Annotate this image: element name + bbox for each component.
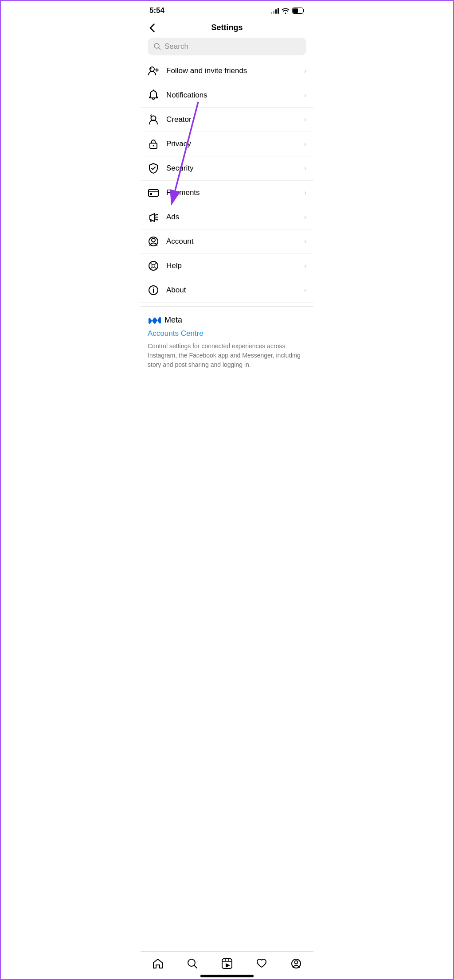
page-title: Settings [211,23,243,32]
svg-rect-14 [150,193,152,195]
back-button[interactable] [148,22,157,34]
accounts-centre-link[interactable]: Accounts Centre [148,329,306,338]
chevron-icon: › [304,189,306,197]
meta-logo-icon [148,316,162,324]
chevron-icon: › [304,237,306,245]
svg-text:+: + [149,66,152,71]
status-icons [271,8,305,14]
svg-point-18 [157,214,158,215]
privacy-label: Privacy [166,140,301,148]
follow-icon: + [148,65,166,77]
meta-logo-row: Meta [148,315,306,325]
creator-label: Creator [166,115,301,124]
menu-item-help[interactable]: Help › [141,254,313,278]
menu-item-about[interactable]: About › [141,278,313,303]
chevron-icon: › [304,213,306,221]
menu-item-creator[interactable]: Creator › [141,108,313,132]
help-label: Help [166,261,301,270]
signal-icon [271,8,279,14]
payments-label: Payments [166,188,301,197]
ads-label: Ads [166,213,301,222]
notifications-label: Notifications [166,91,301,100]
accounts-centre-description: Control settings for connected experienc… [148,342,306,369]
search-icon [154,43,161,50]
svg-point-23 [152,264,155,268]
svg-point-30 [153,288,154,288]
privacy-icon [148,138,166,150]
menu-item-account[interactable]: Account › [141,229,313,254]
chevron-icon: › [304,91,306,99]
search-placeholder: Search [164,42,188,51]
chevron-icon: › [304,262,306,270]
svg-line-25 [155,263,157,265]
settings-menu: + Follow and invite friends › Notificati… [141,59,313,303]
svg-line-3 [159,48,160,50]
menu-item-ads[interactable]: Ads › [141,205,313,229]
meta-label: Meta [164,315,182,325]
search-bar[interactable]: Search [148,38,306,55]
about-icon [148,284,166,296]
svg-point-21 [152,238,155,242]
ads-icon [148,211,166,223]
status-bar: 5:54 [141,0,313,19]
settings-header: Settings [141,19,313,38]
svg-line-27 [155,267,157,269]
svg-rect-1 [293,8,298,13]
svg-point-11 [153,145,154,147]
menu-item-follow[interactable]: + Follow and invite friends › [141,59,313,83]
security-icon [148,163,166,174]
svg-line-26 [150,267,153,269]
security-label: Security [166,164,301,173]
svg-line-24 [150,263,153,265]
menu-item-privacy[interactable]: Privacy › [141,132,313,156]
footer-section: Meta Accounts Centre Control settings fo… [141,306,313,377]
payments-icon [148,187,166,198]
menu-item-notifications[interactable]: Notifications › [141,83,313,108]
wifi-icon [282,8,290,14]
svg-rect-12 [149,190,158,196]
account-label: Account [166,237,301,246]
help-icon [148,260,166,272]
svg-point-19 [157,219,158,221]
creator-icon [148,114,166,125]
chevron-icon: › [304,67,306,75]
follow-label: Follow and invite friends [166,66,301,75]
chevron-icon: › [304,116,306,124]
menu-item-security[interactable]: Security › [141,156,313,181]
notifications-icon [148,89,166,101]
chevron-icon: › [304,286,306,294]
about-label: About [166,286,301,295]
chevron-icon: › [304,164,306,172]
chevron-icon: › [304,140,306,148]
status-time: 5:54 [149,6,164,15]
menu-item-payments[interactable]: Payments › [141,181,313,205]
battery-icon [292,8,305,14]
account-icon [148,236,166,247]
